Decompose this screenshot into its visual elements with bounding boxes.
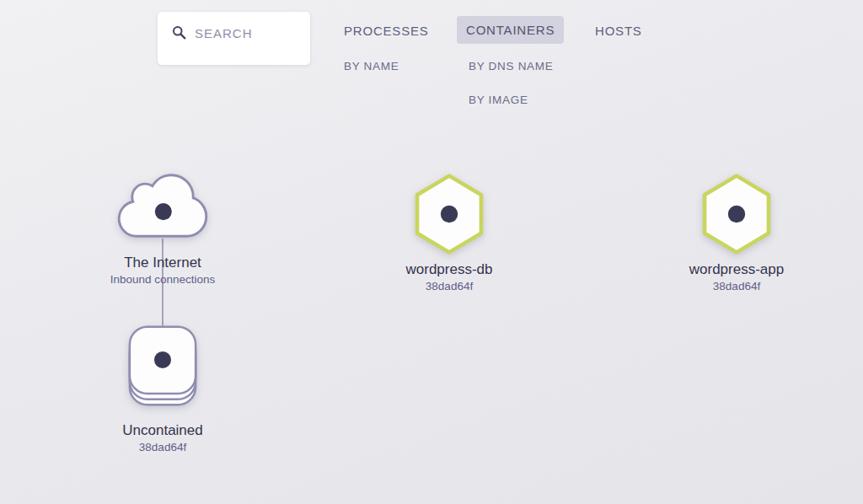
subtab-by-name[interactable]: BY NAME xyxy=(344,60,399,72)
node-label: wordpress-db xyxy=(348,260,550,279)
stacked-squares-icon xyxy=(122,324,203,410)
search-box[interactable] xyxy=(158,12,310,65)
topology-canvas: PROCESSES CONTAINERS HOSTS BY NAME BY DN… xyxy=(0,0,863,504)
node-label: Uncontained xyxy=(62,421,264,440)
search-icon xyxy=(172,25,186,40)
subtab-by-image[interactable]: BY IMAGE xyxy=(469,94,528,106)
node-sublabel: Inbound connections xyxy=(62,272,264,287)
node-label: The Internet xyxy=(62,254,264,272)
node-the-internet[interactable]: The Internet Inbound connections xyxy=(62,171,264,287)
tab-containers[interactable]: CONTAINERS xyxy=(457,16,564,44)
container-hexagon-icon xyxy=(697,172,776,256)
node-dot xyxy=(441,206,458,223)
node-dot xyxy=(155,203,172,220)
subtab-by-dns-name[interactable]: BY DNS NAME xyxy=(469,60,553,72)
container-hexagon-icon xyxy=(410,172,489,256)
node-sublabel: 38dad64f xyxy=(635,279,838,294)
node-wordpress-app[interactable]: wordpress-app 38dad64f xyxy=(635,172,838,294)
tab-hosts[interactable]: HOSTS xyxy=(595,24,642,38)
node-uncontained[interactable]: Uncontained 38dad64f xyxy=(62,324,264,455)
node-dot xyxy=(728,206,745,223)
node-wordpress-db[interactable]: wordpress-db 38dad64f xyxy=(348,172,550,294)
node-dot xyxy=(154,351,171,368)
search-input[interactable] xyxy=(195,24,296,40)
node-sublabel: 38dad64f xyxy=(62,440,264,455)
tab-processes[interactable]: PROCESSES xyxy=(344,24,429,38)
node-label: wordpress-app xyxy=(635,260,838,279)
node-sublabel: 38dad64f xyxy=(348,279,550,294)
cloud-icon xyxy=(116,171,209,240)
